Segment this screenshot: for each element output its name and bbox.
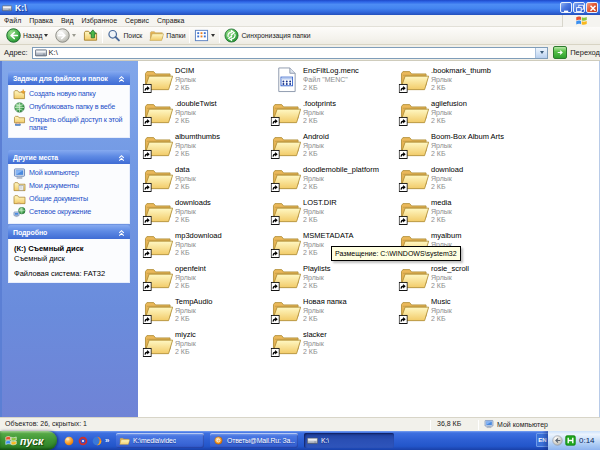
task-pane-link[interactable]: Создать новую папку xyxy=(13,90,126,100)
file-size: 2 КБ xyxy=(303,348,393,357)
file-item[interactable]: Новая папкаЯрлык2 КБ xyxy=(270,297,392,328)
menu-edit[interactable]: Правка xyxy=(25,17,57,24)
file-item[interactable]: .bookmark_thumbЯрлык2 КБ xyxy=(398,66,520,97)
file-item[interactable]: MusicЯрлык2 КБ xyxy=(398,297,520,328)
search-button[interactable]: Поиск xyxy=(106,29,143,43)
go-label[interactable]: Переход xyxy=(570,48,600,57)
collapse-chevron-icon[interactable] xyxy=(117,228,126,237)
taskbar-button[interactable]: K:\ xyxy=(304,433,394,448)
file-item[interactable]: dataЯрлык2 КБ xyxy=(142,165,264,196)
file-item[interactable]: openfeintЯрлык2 КБ xyxy=(142,264,264,295)
views-icon xyxy=(194,28,209,43)
minimize-icon xyxy=(561,3,573,14)
file-item[interactable]: DCIMЯрлык2 КБ xyxy=(142,66,264,97)
shared-documents-icon xyxy=(13,194,26,205)
forward-dropdown-caret[interactable] xyxy=(72,34,76,37)
back-button[interactable]: Назад xyxy=(5,28,49,43)
menu-help[interactable]: Справка xyxy=(153,17,188,24)
file-name: myalbum xyxy=(431,232,521,241)
panel-file-tasks-header[interactable]: Задачи для файлов и папок xyxy=(8,71,130,85)
restore-button[interactable] xyxy=(573,2,585,13)
folder-shortcut-icon xyxy=(142,298,174,324)
views-button[interactable] xyxy=(193,28,216,43)
file-type: Ярлык xyxy=(303,208,393,217)
file-item[interactable]: agilefusionЯрлык2 КБ xyxy=(398,99,520,130)
quick-launch-overflow-chevron[interactable]: » xyxy=(105,436,108,445)
file-size: 2 КБ xyxy=(431,150,521,159)
collapse-chevron-icon[interactable] xyxy=(117,74,126,83)
menu-favorites[interactable]: Избранное xyxy=(78,17,121,24)
panel-other-places-header[interactable]: Другие места xyxy=(8,150,130,164)
file-item[interactable]: downloadЯрлык2 КБ xyxy=(398,165,520,196)
views-dropdown-caret[interactable] xyxy=(211,34,215,37)
panel-details-header[interactable]: Подробно xyxy=(8,225,130,239)
task-pane-link[interactable]: Опубликовать папку в вебе xyxy=(13,103,126,113)
file-item[interactable]: EncFiltLog.mencФайл "MENC"2 КБ xyxy=(270,66,392,97)
toolbar-separator xyxy=(189,29,190,43)
file-item[interactable]: mediaЯрлык2 КБ xyxy=(398,198,520,229)
sync-button[interactable]: Синхронизация папки xyxy=(223,28,311,43)
back-dropdown-caret[interactable] xyxy=(44,34,48,37)
file-item-text: Boom-Box Album ArtsЯрлык2 КБ xyxy=(431,133,521,159)
task-pane-link[interactable]: Мой компьютер xyxy=(13,169,126,179)
forward-button[interactable] xyxy=(54,28,77,43)
file-type: Ярлык xyxy=(175,142,265,151)
file-item[interactable]: slackerЯрлык2 КБ xyxy=(270,330,392,361)
file-item[interactable]: downloadsЯрлык2 КБ xyxy=(142,198,264,229)
task-pane-link-label: Мой компьютер xyxy=(29,169,79,177)
file-item[interactable]: doodlemobile_platformЯрлык2 КБ xyxy=(270,165,392,196)
panel-other-places-body: Мой компьютерМои документыОбщие документ… xyxy=(8,164,130,224)
drive-icon xyxy=(307,436,318,445)
search-icon xyxy=(107,29,121,43)
folder-shortcut-icon xyxy=(142,232,174,258)
file-item[interactable]: LOST.DIRЯрлык2 КБ xyxy=(270,198,392,229)
my-documents-icon xyxy=(13,181,26,192)
file-item[interactable]: .doubleTwistЯрлык2 КБ xyxy=(142,99,264,130)
taskbar-button[interactable]: K:\media\video xyxy=(116,433,204,448)
taskbar-button[interactable]: Ответы@Mail.Ru: За... xyxy=(210,433,298,448)
task-pane-link[interactable]: Сетевое окружение xyxy=(13,208,126,218)
close-button[interactable] xyxy=(586,2,598,13)
file-size: 2 КБ xyxy=(175,249,265,258)
taskbar-button-label: K:\media\video xyxy=(133,437,176,444)
tray-app-icon[interactable] xyxy=(565,435,576,446)
start-button[interactable]: пуск xyxy=(0,431,57,450)
file-size: 2 КБ xyxy=(431,183,521,192)
window-title: K:\ xyxy=(15,3,27,13)
quick-launch-firefox-icon[interactable] xyxy=(92,436,102,446)
tooltip: Размещение: C:\WINDOWS\system32 xyxy=(331,246,461,261)
file-item[interactable]: .footprintsЯрлык2 КБ xyxy=(270,99,392,130)
go-button[interactable] xyxy=(553,46,567,59)
file-item[interactable]: Boom-Box Album ArtsЯрлык2 КБ xyxy=(398,132,520,163)
address-input[interactable]: K:\ xyxy=(32,47,549,59)
file-item[interactable]: mp3downloadЯрлык2 КБ xyxy=(142,231,264,262)
address-dropdown-button[interactable] xyxy=(535,48,547,58)
collapse-chevron-icon[interactable] xyxy=(117,153,126,162)
file-item-text: LOST.DIRЯрлык2 КБ xyxy=(303,199,393,225)
folder-icon xyxy=(119,436,130,446)
menu-tools[interactable]: Сервис xyxy=(121,17,153,24)
folder-shortcut-icon xyxy=(270,133,302,159)
dropdown-caret-icon xyxy=(540,51,544,54)
file-item-text: dataЯрлык2 КБ xyxy=(175,166,265,192)
title-bar[interactable]: K:\ xyxy=(0,0,600,15)
file-item[interactable]: miyzicЯрлык2 КБ xyxy=(142,330,264,361)
quick-launch-ball-icon[interactable] xyxy=(64,436,74,446)
menu-file[interactable]: Файл xyxy=(0,17,25,24)
file-size: 2 КБ xyxy=(431,216,521,225)
minimize-button[interactable] xyxy=(560,2,572,13)
folders-button[interactable]: Папки xyxy=(148,29,186,42)
file-item[interactable]: rosie_scrollЯрлык2 КБ xyxy=(398,264,520,295)
file-item[interactable]: AndroidЯрлык2 КБ xyxy=(270,132,392,163)
up-button[interactable] xyxy=(82,28,99,43)
file-item[interactable]: TempAudioЯрлык2 КБ xyxy=(142,297,264,328)
file-item[interactable]: PlaylistsЯрлык2 КБ xyxy=(270,264,392,295)
safely-remove-icon[interactable] xyxy=(552,435,563,446)
menu-view[interactable]: Вид xyxy=(57,17,78,24)
file-item[interactable]: albumthumbsЯрлык2 КБ xyxy=(142,132,264,163)
task-pane-link[interactable]: Общие документы xyxy=(13,195,126,205)
task-pane-link[interactable]: Мои документы xyxy=(13,182,126,192)
task-pane-link[interactable]: Открыть общий доступ к этой папке xyxy=(13,116,126,132)
quick-launch-media-icon[interactable] xyxy=(78,436,88,446)
file-type: Ярлык xyxy=(175,274,265,283)
